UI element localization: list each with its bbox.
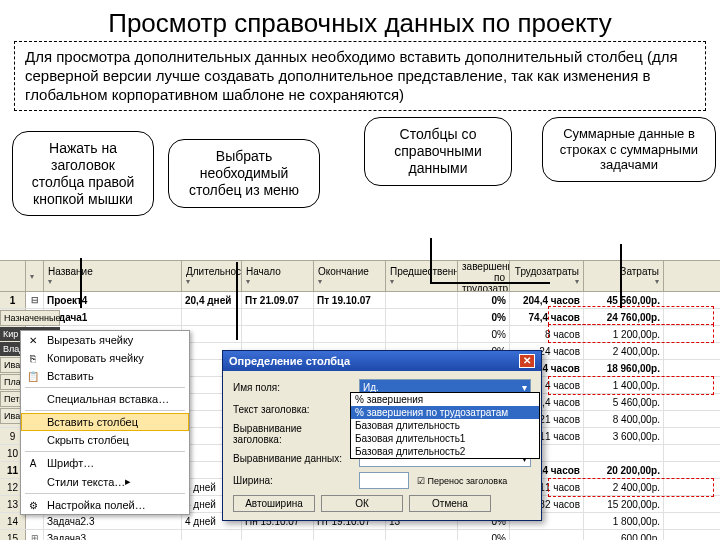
dropdown-option[interactable]: Базовая длительность bbox=[351, 419, 539, 432]
col-header-work[interactable]: Трудозатраты▾ bbox=[510, 261, 584, 291]
menu-item[interactable]: Скрыть столбец bbox=[21, 431, 189, 449]
dropdown-option[interactable]: Базовая длительность1 bbox=[351, 432, 539, 445]
col-header-predecessors[interactable]: Предшественники▾ bbox=[386, 261, 458, 291]
cancel-button[interactable]: Отмена bbox=[409, 495, 491, 512]
col-header-end[interactable]: Окончание▾ bbox=[314, 261, 386, 291]
connector-line bbox=[620, 244, 622, 308]
connector-line bbox=[430, 238, 432, 282]
connector-line bbox=[80, 258, 82, 308]
dialog-titlebar: Определение столбца ✕ bbox=[223, 351, 541, 371]
col-header-pct[interactable]: % завершения по трудозатр.▾ bbox=[458, 261, 510, 291]
dialog-title-text: Определение столбца bbox=[229, 355, 350, 367]
checkbox-wrap-header[interactable]: ☑ Перенос заголовка bbox=[417, 476, 507, 486]
dropdown-option[interactable]: % завершения по трудозатратам bbox=[351, 406, 539, 419]
grid-header: ▾ Название▾ Длительность▾ Начало▾ Оконча… bbox=[0, 260, 720, 292]
label-align-header: Выравнивание заголовка: bbox=[233, 423, 351, 445]
menu-item[interactable]: Специальная вставка… bbox=[21, 390, 189, 408]
col-header-duration[interactable]: Длительность▾ bbox=[182, 261, 242, 291]
field-name-dropdown[interactable]: % завершения% завершения по трудозатрата… bbox=[350, 392, 540, 459]
dropdown-option[interactable]: Базовая длительность2 bbox=[351, 445, 539, 458]
input-width[interactable] bbox=[359, 472, 409, 489]
callout-right-click: Нажать на заголовок столбца правой кнопк… bbox=[12, 131, 154, 216]
label-header-text: Текст заголовка: bbox=[233, 404, 351, 415]
autowidth-button[interactable]: Автоширина bbox=[233, 495, 315, 512]
label-align-data: Выравнивание данных: bbox=[233, 453, 351, 464]
menu-item[interactable]: ⎘Копировать ячейку bbox=[21, 349, 189, 367]
description-box: Для просмотра дополнительных данных необ… bbox=[14, 41, 706, 111]
callout-ref-columns: Столбцы со справочными данными bbox=[364, 117, 512, 185]
connector-line bbox=[236, 262, 238, 340]
menu-item[interactable]: Стили текста… ▸ bbox=[21, 472, 189, 491]
dropdown-option[interactable]: % завершения bbox=[351, 393, 539, 406]
callout-summary-rows: Суммарные данные в строках с суммарными … bbox=[542, 117, 716, 182]
menu-item[interactable]: Вставить столбец bbox=[21, 413, 189, 431]
menu-item[interactable]: AШрифт… bbox=[21, 454, 189, 472]
col-header-cost[interactable]: Затраты▾ bbox=[584, 261, 664, 291]
callouts-layer: Нажать на заголовок столбца правой кнопк… bbox=[8, 117, 712, 207]
col-header-start[interactable]: Начало▾ bbox=[242, 261, 314, 291]
callout-choose-column: Выбрать необходимый столбец из меню bbox=[168, 139, 320, 207]
table-row[interactable]: 1⊟Проект420,4 днейПт 21.09.07Пт 19.10.07… bbox=[0, 292, 720, 309]
menu-item[interactable]: ✕Вырезать ячейку bbox=[21, 331, 189, 349]
close-icon[interactable]: ✕ bbox=[519, 354, 535, 368]
connector-line bbox=[430, 282, 550, 284]
col-header-name[interactable]: Название▾ bbox=[44, 261, 182, 291]
table-row[interactable]: 15⊞Задача30%600,00р. bbox=[0, 530, 720, 540]
menu-item[interactable]: ⚙Настройка полей… bbox=[21, 496, 189, 514]
context-menu: ✕Вырезать ячейку⎘Копировать ячейку📋Встав… bbox=[20, 330, 190, 515]
col-header-indicator[interactable]: ▾ bbox=[26, 261, 44, 291]
menu-item[interactable]: 📋Вставить bbox=[21, 367, 189, 385]
label-field-name: Имя поля: bbox=[233, 382, 351, 393]
col-header-rownum[interactable] bbox=[0, 261, 26, 291]
ok-button[interactable]: ОК bbox=[321, 495, 403, 512]
label-width: Ширина: bbox=[233, 475, 351, 486]
table-row[interactable]: 2⊟Задача10%74,4 часов24 760,00р. bbox=[0, 309, 720, 326]
resource-header: Назначенные bbox=[0, 310, 60, 326]
page-title: Просмотр справочных данных по проекту bbox=[0, 0, 720, 39]
